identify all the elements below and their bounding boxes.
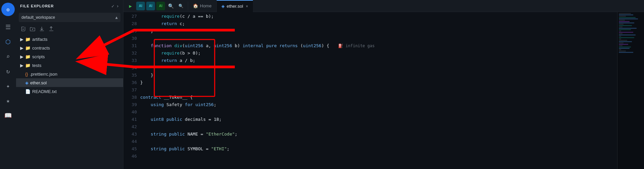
- code-line-41: uint8 public decimals = 18;: [140, 116, 617, 123]
- activity-menu-icon[interactable]: ☰: [1, 20, 15, 33]
- minimap: [617, 12, 644, 169]
- active-tab-label: ether.sol: [227, 4, 243, 9]
- tabs-list: 🏠 Home ◈ ether.sol ×: [188, 0, 644, 12]
- run-button[interactable]: ▶: [126, 2, 135, 10]
- code-line-30: [140, 35, 617, 42]
- workspace-upload-icon[interactable]: ▲: [115, 15, 118, 20]
- search-button[interactable]: 🔍: [166, 2, 175, 10]
- sidebar-title: FILE EXPLORER: [20, 4, 54, 8]
- new-folder-button[interactable]: [29, 25, 36, 33]
- activity-explorer-icon[interactable]: ⬡: [1, 35, 15, 48]
- svg-rect-2: [21, 31, 25, 31]
- download-button[interactable]: [38, 25, 46, 33]
- code-line-39: using Safety for uint256;: [140, 101, 617, 108]
- tree-item-scripts[interactable]: ▶ 📁 scripts: [16, 52, 123, 61]
- activity-git-icon[interactable]: ↻: [1, 64, 15, 78]
- sidebar-arrow-icon[interactable]: ›: [116, 3, 119, 9]
- code-line-27: require(c / a == b);: [140, 13, 617, 20]
- code-line-38: contract __Token__ {: [140, 94, 617, 101]
- code-line-33: return a / b;: [140, 57, 617, 64]
- code-line-29: }: [140, 27, 617, 35]
- svg-rect-0: [21, 27, 24, 27]
- tree-item-prettierrc[interactable]: ▶ {} .prettierrc.json: [16, 70, 123, 78]
- app-logo: ◎: [1, 3, 15, 16]
- code-line-46: [140, 153, 617, 160]
- activity-search-icon[interactable]: ⌕: [1, 50, 15, 63]
- activity-bar: ◎ ☰ ⬡ ⌕ ↻ ✦ ★ 📖: [0, 0, 16, 169]
- ai-button-1[interactable]: AI: [136, 2, 145, 10]
- sidebar-check-icon[interactable]: ✓: [111, 3, 114, 9]
- ai-button-2[interactable]: AI: [146, 2, 155, 10]
- home-tab[interactable]: 🏠 Home: [188, 0, 217, 12]
- tab-bar: ▶ AI AI AI 🔍 🔍 🏠 Home ◈ ether.sol ×: [123, 0, 644, 12]
- tree-item-ether-sol[interactable]: ▶ ◈ ether.sol: [16, 78, 123, 87]
- svg-rect-5: [23, 28, 23, 30]
- code-line-45: string public SYMBOL = "ETHI";: [140, 145, 617, 153]
- svg-rect-3: [25, 27, 25, 31]
- zoom-out-button[interactable]: 🔍: [176, 2, 185, 10]
- code-line-28: return c;: [140, 20, 617, 27]
- file-toolbar: [16, 24, 123, 34]
- home-tab-label: Home: [200, 3, 212, 8]
- code-line-34: [140, 64, 617, 72]
- activity-deploy-icon[interactable]: ✦: [1, 79, 15, 92]
- code-line-40: [140, 108, 617, 116]
- code-line-35: }: [140, 72, 617, 79]
- code-area: 27 28 29 30 31 32 33 34 35 36 37 38 39 4…: [123, 12, 644, 169]
- code-line-37: [140, 86, 617, 94]
- ether-sol-tab[interactable]: ◈ ether.sol ×: [217, 0, 253, 12]
- tree-item-contracts[interactable]: ▶ 📁 contracts: [16, 44, 123, 52]
- code-line-31: function div(uint256 a, uint256 b) inter…: [140, 42, 617, 50]
- code-line-36: }: [140, 79, 617, 86]
- code-line-42: [140, 123, 617, 131]
- sidebar-header: FILE EXPLORER ✓ ›: [16, 0, 123, 12]
- ai-button-3[interactable]: AI: [156, 2, 165, 10]
- home-icon: 🏠: [193, 3, 198, 8]
- file-tree: ▶ 📁 artifacts ▶ 📁 contracts ▶ 📁 scripts …: [16, 34, 123, 169]
- code-line-32: require(b > 0);: [140, 50, 617, 57]
- code-line-43: string public NAME = "EtherCode";: [140, 131, 617, 138]
- tree-item-artifacts[interactable]: ▶ 📁 artifacts: [16, 35, 123, 44]
- svg-rect-1: [21, 27, 22, 31]
- workspace-bar[interactable]: default_workspace ▲: [19, 13, 120, 22]
- code-line-44: [140, 138, 617, 145]
- line-numbers: 27 28 29 30 31 32 33 34 35 36 37 38 39 4…: [123, 12, 140, 169]
- tree-item-readme[interactable]: ▶ 📄 README.txt: [16, 87, 123, 96]
- tree-item-tests[interactable]: ▶ 📁 tests: [16, 61, 123, 70]
- sidebar: FILE EXPLORER ✓ › default_workspace ▲: [16, 0, 123, 169]
- sol-file-icon: ◈: [221, 4, 225, 9]
- workspace-label: default_workspace: [21, 15, 55, 20]
- main-content: ▶ AI AI AI 🔍 🔍 🏠 Home ◈ ether.sol × 27 2…: [123, 0, 644, 169]
- code-editor[interactable]: require(c / a == b); return c; } functio…: [140, 12, 617, 169]
- upload-button[interactable]: [48, 25, 55, 33]
- tab-toolbar: ▶ AI AI AI 🔍 🔍: [123, 2, 188, 10]
- activity-book-icon[interactable]: 📖: [1, 108, 15, 122]
- svg-rect-7: [33, 29, 33, 30]
- sidebar-header-icons: ✓ ›: [111, 3, 119, 9]
- new-file-button[interactable]: [19, 25, 27, 33]
- activity-star-icon[interactable]: ★: [1, 94, 15, 107]
- tab-close-button[interactable]: ×: [246, 4, 248, 9]
